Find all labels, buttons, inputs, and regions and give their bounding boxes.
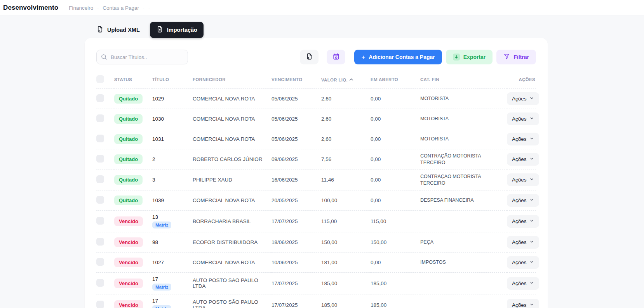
vencimento-cell: 20/05/2025 [272, 197, 298, 203]
tab-label: Importação [167, 27, 197, 33]
title-divider [63, 4, 63, 12]
breadcrumb-item-contas-a-pagar[interactable]: Contas a Pagar [103, 5, 139, 11]
contas-a-pagar-card: + Adicionar Contas a Pagar Exportar Filt… [85, 38, 548, 308]
cat-fin-cell: CONTRAÇÃO MOTORISTA TERCEIRO [420, 153, 482, 166]
table-row: Quitado1029COMERCIAL NOVA ROTA05/06/2025… [96, 89, 536, 109]
matriz-badge: Matriz [152, 221, 171, 228]
column-header-titulo[interactable]: TÍTULO [152, 71, 193, 89]
cat-fin-cell: IMPOSTOS [420, 259, 446, 266]
acoes-button[interactable]: Ações [507, 194, 539, 207]
breadcrumb-separator: - [143, 5, 144, 10]
em-aberto-cell: 0,00 [371, 260, 381, 265]
column-header-em-aberto[interactable]: EM ABERTO [371, 71, 420, 89]
vencimento-cell: 10/06/2025 [272, 260, 298, 265]
em-aberto-cell: 0,00 [371, 116, 381, 122]
row-checkbox[interactable] [96, 94, 104, 102]
acoes-button[interactable]: Ações [507, 236, 539, 249]
em-aberto-cell: 0,00 [371, 156, 381, 162]
row-checkbox[interactable] [96, 279, 104, 287]
table-row: Quitado1039COMERCIAL NOVA ROTA20/05/2025… [96, 190, 536, 210]
em-aberto-cell: 0,00 [371, 177, 381, 183]
table-row: Quitado1031COMERCIAL NOVA ROTA05/06/2025… [96, 129, 536, 149]
column-header-fornecedor[interactable]: FORNECEDOR [193, 71, 272, 89]
acoes-button[interactable]: Ações [507, 92, 539, 105]
chevron-down-icon [529, 239, 534, 245]
search-input[interactable] [96, 50, 188, 64]
status-badge: Vencido [114, 216, 143, 226]
row-checkbox[interactable] [96, 196, 104, 204]
fornecedor-cell: AUTO POSTO SÃO PAULO LTDA [193, 299, 258, 308]
table-body: Quitado1029COMERCIAL NOVA ROTA05/06/2025… [96, 89, 536, 308]
row-checkbox[interactable] [96, 155, 104, 163]
breadcrumb: Financeiro - Contas a Pagar - - [69, 5, 150, 11]
acoes-button[interactable]: Ações [507, 173, 539, 186]
vencimento-cell: 18/06/2025 [272, 239, 298, 245]
row-checkbox[interactable] [96, 258, 104, 266]
tab-upload-xml[interactable]: Upload XML [90, 22, 146, 38]
plus-icon: + [361, 54, 365, 61]
chevron-down-icon [529, 302, 534, 308]
fornecedor-cell: COMERCIAL NOVA ROTA [193, 96, 255, 102]
breadcrumb-item-financeiro[interactable]: Financeiro [69, 5, 93, 11]
row-checkbox[interactable] [96, 217, 104, 225]
export-button-label: Exportar [463, 54, 486, 60]
vencimento-cell: 05/06/2025 [272, 96, 298, 102]
add-contas-a-pagar-button[interactable]: + Adicionar Contas a Pagar [354, 50, 442, 64]
acoes-label: Ações [512, 156, 527, 162]
row-checkbox[interactable] [96, 175, 104, 183]
calendar-button[interactable] [327, 50, 345, 64]
breadcrumb-separator: - [97, 5, 99, 10]
xml-file-button[interactable] [300, 50, 319, 64]
chevron-down-icon [529, 96, 534, 102]
acoes-button[interactable]: Ações [507, 299, 539, 308]
column-header-vencimento[interactable]: VENCIMENTO [272, 71, 321, 89]
column-header-valor-liq[interactable]: VALOR LIQ. [321, 71, 371, 89]
status-badge: Quitado [114, 94, 143, 104]
acoes-button[interactable]: Ações [507, 277, 539, 290]
row-checkbox[interactable] [96, 135, 104, 142]
chevron-down-icon [529, 116, 534, 122]
titulo-number: 1030 [152, 116, 190, 122]
status-badge: Quitado [114, 175, 143, 185]
acoes-label: Ações [512, 218, 527, 224]
fornecedor-cell: PHILIPPE XAUD [193, 177, 232, 183]
titulo-number: 1029 [152, 96, 190, 102]
select-all-checkbox[interactable] [96, 75, 104, 83]
top-bar: Desenvolvimento Financeiro - Contas a Pa… [0, 0, 644, 16]
chevron-down-icon [529, 218, 534, 224]
em-aberto-cell: 0,00 [371, 136, 381, 142]
chevron-down-icon [529, 280, 534, 286]
row-checkbox[interactable] [96, 238, 104, 246]
acoes-button[interactable]: Ações [507, 215, 539, 228]
vencimento-cell: 05/06/2025 [272, 136, 298, 142]
column-header-status[interactable]: STATUS [114, 71, 152, 89]
acoes-button[interactable]: Ações [507, 133, 539, 145]
column-header-cat-fin[interactable]: CAT. FIN [420, 71, 507, 89]
acoes-label: Ações [512, 239, 527, 245]
row-checkbox[interactable] [96, 114, 104, 122]
status-badge: Quitado [114, 114, 143, 124]
filter-button[interactable]: Filtrar [496, 50, 536, 64]
row-checkbox[interactable] [96, 301, 104, 308]
toolbar: + Adicionar Contas a Pagar Exportar Filt… [96, 50, 536, 64]
vencimento-cell: 09/06/2025 [272, 156, 298, 162]
main-content: Upload XML Importação [0, 16, 644, 308]
em-aberto-cell: 185,00 [371, 302, 386, 308]
acoes-label: Ações [512, 280, 527, 286]
titulo-number: 1027 [152, 260, 190, 265]
titulo-number: 13 [152, 214, 190, 220]
acoes-button[interactable]: Ações [507, 153, 539, 166]
download-icon [453, 54, 460, 61]
vencimento-cell: 05/06/2025 [272, 116, 298, 122]
status-badge: Vencido [114, 300, 143, 308]
acoes-button[interactable]: Ações [507, 256, 539, 269]
acoes-button[interactable]: Ações [507, 112, 539, 125]
cat-fin-cell: MOTORISTA [420, 95, 449, 102]
status-badge: Vencido [114, 237, 143, 247]
export-button[interactable]: Exportar [446, 50, 493, 64]
em-aberto-cell: 115,00 [371, 218, 386, 224]
tab-importacao[interactable]: Importação [150, 22, 204, 38]
chevron-down-icon [529, 260, 534, 265]
funnel-icon [503, 53, 510, 61]
fornecedor-cell: COMERCIAL NOVA ROTA [193, 197, 255, 203]
